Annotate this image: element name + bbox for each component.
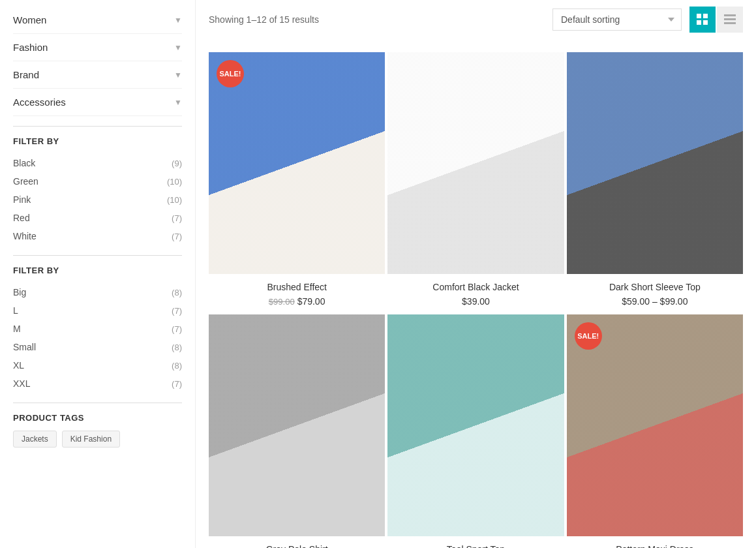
filter-color-title: FILTER BY (13, 136, 182, 146)
filter-size-section: FILTER BY Big(8)L(7)M(7)Small(8)XL(8)XXL… (13, 266, 182, 393)
filter-count: (10) (167, 195, 182, 205)
product-info: Pattern Maxi Dress (567, 536, 743, 548)
price-sale: $39.00 (462, 296, 490, 307)
filter-label: Green (13, 176, 38, 187)
sort-select[interactable]: Default sorting Sort by popularity Sort … (552, 8, 682, 31)
filter-label: Pink (13, 194, 31, 205)
chevron-icon: ▼ (174, 43, 182, 52)
grid-icon (697, 14, 708, 25)
sidebar-divider-3 (13, 403, 182, 403)
filter-label: M (13, 324, 21, 334)
filter-color-item[interactable]: Red(7) (13, 209, 182, 227)
results-count: Showing 1–12 of 15 results (209, 14, 319, 25)
price-original: $99.00 (269, 297, 295, 307)
product-info: Dark Short Sleeve Top $59.00 – $99.00 (567, 274, 743, 312)
filter-count: (7) (172, 232, 182, 241)
product-card[interactable]: Comfort Black Jacket $39.00 (387, 52, 564, 312)
product-tags-title: PRODUCT TAGS (13, 413, 182, 423)
chevron-icon: ▼ (174, 16, 182, 25)
filter-color-item[interactable]: Black(9) (13, 154, 182, 172)
product-tag[interactable]: Kid Fashion (62, 431, 120, 448)
product-name: Dark Short Sleeve Top (572, 282, 738, 292)
product-name: Gray Polo Shirt (214, 544, 380, 548)
toolbar-right: Default sorting Sort by popularity Sort … (552, 7, 743, 33)
filter-size-item[interactable]: L(7) (13, 301, 182, 320)
filter-size-item[interactable]: XXL(7) (13, 374, 182, 393)
product-image (387, 52, 564, 274)
filter-count: (8) (172, 342, 182, 352)
sidebar-nav-label: Accessories (13, 97, 66, 108)
product-card[interactable]: Dark Short Sleeve Top $59.00 – $99.00 (567, 52, 743, 312)
sale-badge: SALE! (217, 60, 244, 87)
sidebar-nav-label: Brand (13, 69, 39, 80)
sidebar-nav-fashion[interactable]: Fashion▼ (13, 34, 182, 61)
product-tags-section: PRODUCT TAGS JacketsKid Fashion (13, 413, 182, 448)
filter-color-item[interactable]: Green(10) (13, 172, 182, 190)
product-image: SALE! (209, 52, 385, 274)
product-info: Teal Sport Top (387, 536, 564, 548)
view-toggle (689, 7, 743, 33)
filter-count: (9) (172, 159, 182, 168)
product-card[interactable]: SALE! Brushed Effect $99.00$79.00 (209, 52, 385, 312)
filter-count: (8) (172, 361, 182, 371)
sidebar-nav-label: Fashion (13, 42, 48, 53)
filter-size-item[interactable]: Big(8) (13, 283, 182, 301)
product-grid: SALE! Brushed Effect $99.00$79.00 Comfor… (209, 52, 743, 548)
filter-label: XXL (13, 378, 30, 389)
filter-size-item[interactable]: Small(8) (13, 338, 182, 356)
price-sale: $79.00 (297, 296, 325, 307)
product-price: $39.00 (393, 296, 558, 307)
svg-rect-5 (724, 18, 736, 20)
filter-label: White (13, 231, 37, 241)
list-icon (724, 14, 736, 25)
main-content: Showing 1–12 of 15 results Default sorti… (196, 0, 756, 548)
sidebar-nav-women[interactable]: Women▼ (13, 7, 182, 34)
product-image (209, 314, 385, 536)
filter-label: XL (13, 360, 24, 371)
filter-label: Black (13, 158, 35, 168)
product-name: Comfort Black Jacket (393, 282, 558, 292)
grid-view-button[interactable] (689, 7, 716, 33)
list-view-button[interactable] (717, 7, 743, 33)
filter-size-item[interactable]: XL(8) (13, 356, 182, 374)
product-image (387, 314, 564, 536)
sale-badge: SALE! (575, 322, 602, 350)
sidebar-divider-2 (13, 255, 182, 256)
filter-label: Big (13, 287, 26, 297)
product-card[interactable]: SALE! Pattern Maxi Dress (567, 314, 743, 548)
filter-label: L (13, 305, 18, 316)
product-card[interactable]: Teal Sport Top (387, 314, 564, 548)
product-image (567, 52, 743, 274)
filter-color-item[interactable]: White(7) (13, 227, 182, 245)
filter-count: (7) (172, 306, 182, 316)
product-name: Pattern Maxi Dress (572, 544, 738, 548)
filter-count: (7) (172, 213, 182, 223)
filter-color-item[interactable]: Pink(10) (13, 190, 182, 209)
filter-size-item[interactable]: M(7) (13, 320, 182, 338)
sidebar: Women▼Fashion▼Brand▼Accessories▼ FILTER … (0, 0, 196, 548)
filter-count: (8) (172, 288, 182, 297)
product-info: Gray Polo Shirt (209, 536, 385, 548)
sidebar-nav-label: Women (13, 14, 46, 25)
sidebar-nav-accessories[interactable]: Accessories▼ (13, 89, 182, 116)
product-price: $59.00 – $99.00 (572, 296, 738, 307)
filter-count: (10) (167, 177, 182, 187)
toolbar: Showing 1–12 of 15 results Default sorti… (209, 7, 743, 39)
product-info: Brushed Effect $99.00$79.00 (209, 274, 385, 312)
svg-rect-2 (697, 20, 701, 25)
sidebar-divider (13, 126, 182, 127)
price-range: $59.00 – $99.00 (622, 296, 688, 307)
svg-rect-6 (724, 22, 736, 24)
svg-rect-0 (697, 14, 701, 18)
svg-rect-1 (703, 14, 708, 18)
product-card[interactable]: Gray Polo Shirt (209, 314, 385, 548)
product-name: Teal Sport Top (393, 544, 558, 548)
chevron-icon: ▼ (174, 98, 182, 107)
filter-count: (7) (172, 324, 182, 334)
svg-rect-4 (724, 14, 736, 16)
product-image: SALE! (567, 314, 743, 536)
product-tag[interactable]: Jackets (13, 431, 57, 448)
filter-count: (7) (172, 379, 182, 389)
sidebar-nav-brand[interactable]: Brand▼ (13, 61, 182, 89)
filter-size-title: FILTER BY (13, 266, 182, 275)
